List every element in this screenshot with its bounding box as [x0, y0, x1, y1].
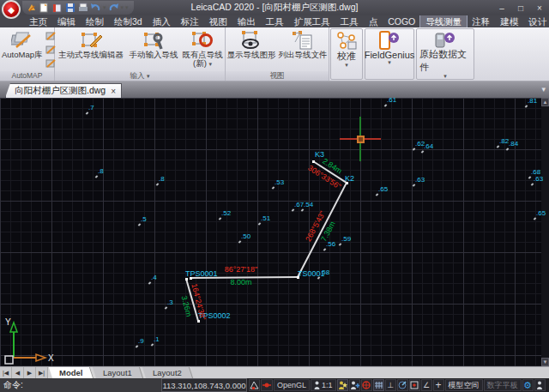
- menu-tab-建模[interactable]: 建模: [495, 15, 523, 27]
- menu-tab-设计[interactable]: 设计: [523, 15, 549, 27]
- existing-points-button[interactable]: 既有点导线 (新) ▾: [180, 27, 225, 71]
- canvas-vscrollbar[interactable]: ▲ ▼: [541, 98, 549, 366]
- manual-input-button[interactable]: 手动输入导线: [127, 27, 180, 71]
- scroll-up-icon[interactable]: ▲: [541, 98, 549, 106]
- menu-tab-视图[interactable]: 视图: [204, 15, 232, 27]
- point-marker[interactable]: [497, 145, 500, 148]
- menu-tab-点[interactable]: 点: [364, 15, 383, 27]
- open-file-icon[interactable]: [51, 3, 63, 14]
- coordinate-display[interactable]: 113.310,108.743,0.000: [161, 378, 247, 392]
- traverse-line[interactable]: [297, 183, 347, 278]
- layout-tab-Model[interactable]: Model: [49, 367, 94, 378]
- point-marker[interactable]: [506, 148, 510, 150]
- point-marker[interactable]: [413, 184, 416, 186]
- menu-tab-导线测量[interactable]: 导线测量: [420, 15, 467, 27]
- user-icon[interactable]: [534, 379, 546, 391]
- undo-icon[interactable]: [90, 3, 101, 14]
- annotation-add-icon[interactable]: [349, 379, 360, 391]
- new-file-icon[interactable]: [39, 3, 50, 14]
- menu-tab-主页[interactable]: 主页: [24, 15, 52, 27]
- canvas-hscrollbar[interactable]: [191, 367, 549, 378]
- grid-icon[interactable]: [373, 379, 384, 391]
- menu-tab-COGO[interactable]: COGO: [383, 15, 420, 27]
- ortho-icon[interactable]: ⊥: [385, 379, 396, 391]
- point-marker[interactable]: [138, 223, 142, 226]
- point-marker[interactable]: [413, 148, 416, 150]
- undo-dropdown-icon[interactable]: ▾: [103, 5, 106, 10]
- point-marker[interactable]: [156, 183, 160, 185]
- show-traverse-graphics-button[interactable]: 显示导线图形: [226, 27, 277, 71]
- tab-overflow-chevron-icon[interactable]: ▾: [541, 85, 546, 93]
- fieldgenius-button[interactable]: FieldGenius ▾: [365, 28, 414, 80]
- point-marker[interactable]: [384, 104, 388, 106]
- snap-marker-icon[interactable]: [409, 379, 420, 391]
- point-marker[interactable]: [86, 112, 89, 114]
- point-marker[interactable]: [376, 193, 379, 196]
- rawdata-dropdown-icon[interactable]: ▾: [443, 74, 447, 79]
- menu-tab-工具[interactable]: 工具: [335, 15, 364, 27]
- layout-tab-Layout1[interactable]: Layout1: [93, 367, 143, 378]
- annotation-scale-button[interactable]: 1:1: [311, 379, 336, 391]
- point-marker[interactable]: [323, 248, 327, 250]
- layout-tab-Layout2[interactable]: Layout2: [142, 367, 193, 378]
- calibrate-button[interactable]: 校准 ▾: [330, 28, 363, 80]
- menu-tab-插入[interactable]: 插入: [148, 15, 176, 27]
- document-tab-close-icon[interactable]: ×: [111, 87, 116, 96]
- qat-menu-icon[interactable]: ▾: [125, 5, 129, 10]
- menu-tab-输出[interactable]: 输出: [232, 15, 261, 27]
- crosshair-tool-icon[interactable]: +: [433, 379, 444, 391]
- save-icon[interactable]: [64, 3, 75, 14]
- point-marker[interactable]: [148, 281, 152, 284]
- calibrate-dropdown-icon[interactable]: ▾: [345, 63, 348, 68]
- existing-points-dropdown-icon[interactable]: ▾: [208, 61, 212, 67]
- dynamic-constraint-icon[interactable]: [261, 379, 273, 391]
- point-marker[interactable]: [219, 217, 222, 220]
- layout-nav-2[interactable]: ▶: [24, 367, 36, 378]
- maximize-button[interactable]: □: [511, 1, 530, 15]
- automap-group-label[interactable]: AutoMAP: [0, 71, 54, 81]
- menu-tab-编辑[interactable]: 编辑: [52, 15, 81, 27]
- drawing-canvas[interactable]: Y X ▲ ▼ .7.8.8.5.52.51.50.4.3.9.1.61.62.…: [0, 98, 549, 366]
- point-marker[interactable]: [525, 105, 528, 107]
- view-group-label[interactable]: 视图: [226, 71, 329, 81]
- point-marker[interactable]: [136, 345, 139, 347]
- qat-automap-icon[interactable]: [26, 3, 37, 14]
- menu-tab-扩展工具[interactable]: 扩展工具: [289, 15, 335, 27]
- point-marker[interactable]: [528, 176, 532, 178]
- document-tab[interactable]: 向阳村棚户区测图.dwg ×: [5, 83, 122, 98]
- layout-nav-0[interactable]: |◀: [0, 367, 12, 378]
- polar-tracking-icon[interactable]: [397, 379, 408, 391]
- close-button[interactable]: ×: [530, 1, 549, 15]
- opengl-badge[interactable]: OpenGL: [274, 379, 310, 391]
- annotation-auto-icon[interactable]: [337, 379, 348, 391]
- menu-tab-注释[interactable]: 注释: [467, 15, 495, 27]
- app-logo-icon[interactable]: ◆: [2, 0, 21, 19]
- redo-icon[interactable]: [108, 3, 119, 14]
- settings-gear-icon[interactable]: ⚙: [522, 379, 534, 391]
- point-marker[interactable]: [534, 217, 537, 220]
- tablet-button[interactable]: 数字平板: [484, 379, 522, 391]
- point-marker[interactable]: [238, 240, 242, 243]
- point-marker[interactable]: [292, 208, 295, 211]
- traverse-vertex[interactable]: [312, 160, 315, 163]
- point-marker[interactable]: [421, 150, 425, 153]
- object-snap-icon[interactable]: [249, 379, 260, 391]
- isometric-drafting-icon[interactable]: [361, 379, 372, 391]
- menu-tab-绘制3d[interactable]: 绘制3d: [109, 15, 148, 27]
- point-marker[interactable]: [95, 175, 99, 178]
- command-line[interactable]: 命令:: [0, 378, 161, 392]
- input-group-label[interactable]: 输入 ▾: [55, 71, 225, 81]
- traverse-editor-button[interactable]: 主动式导线编辑器: [55, 27, 127, 71]
- point-marker[interactable]: [165, 306, 168, 309]
- point-marker[interactable]: [531, 183, 534, 185]
- redo-dropdown-icon[interactable]: ▾: [121, 5, 124, 10]
- menu-tab-绘制[interactable]: 绘制: [81, 15, 109, 27]
- scroll-down-icon[interactable]: ▼: [541, 358, 549, 366]
- point-marker[interactable]: [258, 222, 262, 225]
- point-marker[interactable]: [301, 208, 305, 211]
- list-traverse-file-button[interactable]: 列出导线文件: [277, 27, 329, 71]
- menu-tab-工具[interactable]: 工具: [261, 15, 289, 27]
- plot-icon[interactable]: [77, 3, 88, 14]
- layout-nav-3[interactable]: ▶|: [36, 367, 48, 378]
- angle-tool-icon[interactable]: ∠: [421, 379, 432, 391]
